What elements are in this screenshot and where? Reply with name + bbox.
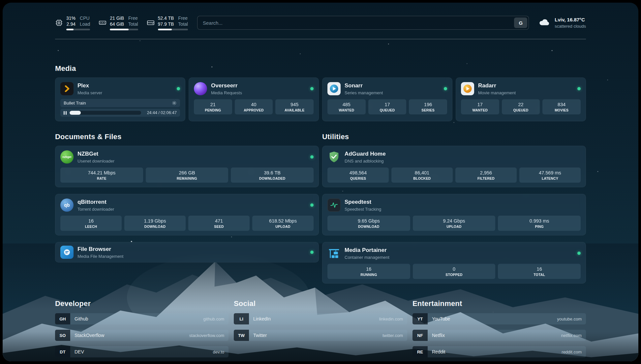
stat-value: 0 — [414, 266, 494, 272]
stat-value: 17 — [370, 102, 405, 107]
stat-label: TOTAL — [499, 273, 579, 277]
adguard-card[interactable]: AdGuard Home DNS and adblocking 498,564 … — [322, 146, 586, 187]
bookmark-linkedin[interactable]: LI LinkedIn linkedin.com — [234, 313, 407, 324]
memory-total: 64 GiB — [110, 21, 124, 27]
stat-leech: 16 LEECH — [60, 216, 122, 231]
status-dot — [577, 87, 581, 90]
bookmark-url: netflix.com — [561, 333, 582, 338]
now-playing-title: Bullet Train — [64, 101, 86, 106]
stat-value: 16 — [62, 218, 120, 224]
status-dot — [444, 87, 447, 90]
filebrowser-card[interactable]: File Browser Media File Management — [55, 242, 319, 262]
bookmark-netflix[interactable]: NF Netflix netflix.com — [412, 330, 586, 341]
disk-icon — [147, 19, 155, 27]
stat-value: 9.65 Gbps — [329, 218, 409, 224]
search-provider-button[interactable]: G — [514, 17, 527, 28]
bookmark-github[interactable]: GH Github github.com — [55, 313, 229, 324]
gear-icon[interactable] — [172, 101, 177, 106]
service-name: Plex — [77, 82, 102, 89]
stat-download: 9.65 Gbps DOWNLOAD — [327, 216, 410, 231]
bookmark-dev[interactable]: DT DEV dev.to — [55, 346, 229, 357]
stat-label: DOWNLOAD — [329, 225, 409, 228]
stat-value: 744.21 Mbps — [62, 170, 142, 175]
cpu-load: 2.94 — [67, 21, 76, 27]
bookmark-twitter[interactable]: TW Twitter twitter.com — [234, 330, 407, 341]
entertainment-section-title: Entertainment — [412, 299, 586, 308]
cpu-label-1: CPU — [80, 15, 90, 21]
stat-queued: 22 QUEUED — [502, 99, 540, 114]
bookmark-abbr: YT — [412, 313, 428, 324]
section-social: Social LI LinkedIn linkedin.com TW Twitt… — [234, 299, 407, 357]
stat-value: 1.19 Gbps — [126, 218, 184, 224]
speedtest-card[interactable]: Speedtest Speedtest Tracking 9.65 Gbps D… — [322, 194, 586, 235]
bookmark-reddit[interactable]: RE Reddit reddit.com — [412, 346, 586, 357]
pause-icon[interactable] — [64, 111, 67, 115]
stat-label: FILTERED — [457, 176, 515, 180]
bookmark-youtube[interactable]: YT YouTube youtube.com — [412, 313, 586, 324]
weather-location: Lviv, 16.87°C — [555, 16, 586, 23]
service-name: Speedtest — [345, 199, 381, 205]
portainer-icon — [327, 247, 341, 260]
bookmark-name: LinkedIn — [253, 316, 271, 321]
service-desc: Torrent downloader — [77, 207, 114, 212]
qbittorrent-card[interactable]: qb qBittorrent Torrent downloader 16 — [55, 194, 319, 235]
search-input[interactable] — [197, 16, 529, 30]
stat-download: 1.19 Gbps DOWNLOAD — [124, 216, 186, 231]
plex-card[interactable]: Plex Media server Bullet Train — [55, 77, 185, 121]
service-desc: Media Requests — [211, 90, 242, 95]
section-developer: Developer GH Github github.com SO StackO… — [55, 299, 229, 357]
sonarr-card[interactable]: Sonarr Series management 485 WANTED 17 Q… — [322, 77, 452, 121]
sonarr-icon — [327, 82, 341, 95]
stat-value: 86,401 — [393, 170, 451, 175]
cloud-icon — [538, 18, 551, 28]
portainer-card[interactable]: Media Portainer Container management 16 … — [322, 242, 586, 284]
playback-progress[interactable] — [70, 111, 141, 115]
stat-value: 16 — [329, 266, 409, 272]
plex-icon — [60, 82, 74, 95]
service-desc: Series management — [345, 90, 383, 95]
cpu-percent: 31% — [66, 15, 76, 21]
bookmark-name: DEV — [75, 349, 84, 354]
section-media: Media Plex Media server — [55, 64, 586, 121]
status-dot — [310, 155, 314, 159]
service-name: Media Portainer — [345, 247, 389, 254]
stat-label: STOPPED — [414, 273, 494, 277]
stat-label: UPLOAD — [414, 225, 494, 228]
bookmark-abbr: LI — [234, 313, 249, 324]
service-desc: DNS and adblocking — [345, 159, 386, 164]
bookmark-abbr: NF — [412, 330, 428, 341]
stat-value: 485 — [329, 102, 364, 107]
nzbget-card[interactable]: nzbget NZBGet Usenet downloader 744.21 M… — [55, 146, 319, 187]
status-dot — [310, 87, 314, 90]
search-bar: G — [197, 16, 529, 30]
stat-label: AVAILABLE — [277, 108, 312, 112]
radarr-card[interactable]: Radarr Movie management 17 WANTED 22 QUE… — [456, 77, 586, 121]
stat-label: QUEUED — [370, 108, 405, 112]
disk-total: 97.9 TB — [158, 21, 174, 27]
stat-label: RATE — [62, 176, 142, 180]
overseerr-card[interactable]: Overseerr Media Requests 21 PENDING 40 A… — [189, 77, 319, 121]
radarr-icon — [461, 82, 474, 95]
stat-value: 40 — [236, 102, 272, 107]
bookmark-abbr: SO — [55, 330, 70, 341]
stat-label: SEED — [190, 225, 248, 228]
resource-widgets: 31% 2.94 CPU Load — [55, 15, 188, 30]
bookmark-abbr: TW — [234, 330, 249, 341]
service-name: qBittorrent — [77, 199, 114, 205]
stat-approved: 40 APPROVED — [235, 99, 273, 114]
top-bar: 31% 2.94 CPU Load — [55, 3, 586, 30]
stat-seed: 471 SEED — [188, 216, 250, 231]
stat-label: SERIES — [410, 108, 446, 112]
stat-wanted: 485 WANTED — [327, 99, 366, 114]
nzbget-icon-text: nzbget — [62, 155, 71, 159]
cpu-widget: 31% 2.94 CPU Load — [55, 15, 90, 30]
memory-free: 21 GiB — [110, 15, 124, 21]
overseerr-icon — [194, 82, 207, 95]
bookmark-url: stackoverflow.com — [189, 333, 224, 338]
bookmark-stackoverflow[interactable]: SO StackOverflow stackoverflow.com — [55, 330, 229, 341]
weather-widget: Lviv, 16.87°C scattered clouds — [538, 16, 586, 29]
stat-value: 834 — [544, 102, 579, 107]
service-desc: Speedtest Tracking — [345, 207, 381, 212]
stat-label: QUEUED — [503, 108, 539, 112]
stat-value: 9.24 Gbps — [414, 218, 494, 224]
